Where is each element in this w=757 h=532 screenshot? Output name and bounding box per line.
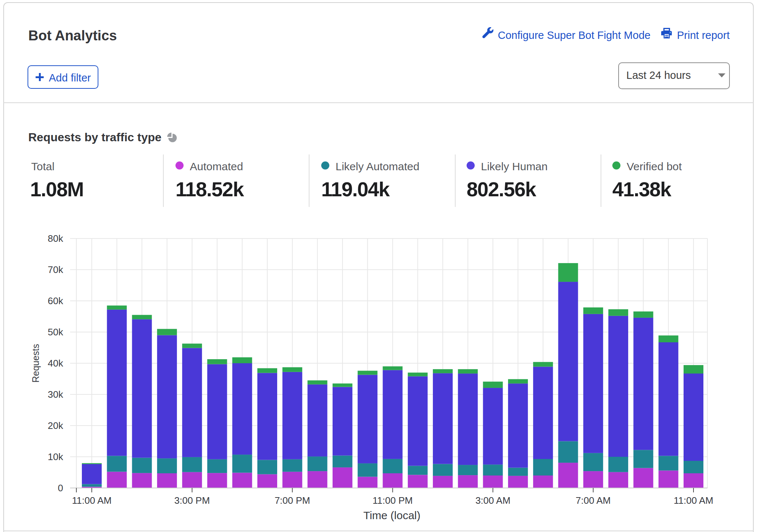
svg-text:80k: 80k — [48, 233, 64, 244]
svg-text:11:00 PM: 11:00 PM — [373, 495, 413, 506]
svg-text:7:00 AM: 7:00 AM — [576, 495, 611, 506]
svg-text:Requests: Requests — [30, 344, 41, 383]
svg-text:3:00 AM: 3:00 AM — [475, 495, 510, 506]
svg-text:50k: 50k — [48, 327, 64, 338]
svg-text:7:00 PM: 7:00 PM — [275, 495, 310, 506]
svg-text:60k: 60k — [48, 295, 64, 306]
svg-text:Time (local): Time (local) — [363, 509, 421, 521]
svg-text:10k: 10k — [48, 451, 64, 462]
svg-text:11:00 AM: 11:00 AM — [72, 495, 112, 506]
svg-text:70k: 70k — [48, 264, 64, 275]
svg-text:3:00 PM: 3:00 PM — [174, 495, 210, 506]
svg-text:30k: 30k — [48, 389, 64, 400]
svg-text:11:00 AM: 11:00 AM — [674, 495, 713, 506]
svg-text:40k: 40k — [48, 358, 64, 369]
svg-text:20k: 20k — [48, 420, 64, 431]
svg-text:0: 0 — [58, 482, 63, 493]
